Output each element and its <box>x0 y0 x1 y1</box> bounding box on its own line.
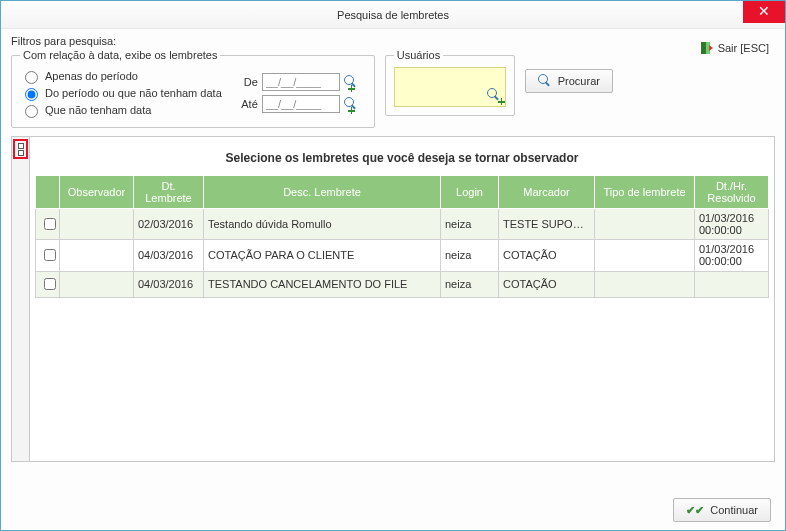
table-header-row: Observador Dt. Lembrete Desc. Lembrete L… <box>36 176 769 209</box>
close-button[interactable]: ✕ <box>743 1 785 23</box>
search-button-label: Procurar <box>558 75 600 87</box>
date-filter-legend: Com relação à data, exibe os lembretes <box>20 49 220 61</box>
users-lookup-icon[interactable] <box>487 88 501 102</box>
search-button[interactable]: Procurar <box>525 69 613 93</box>
header-observador[interactable]: Observador <box>60 176 134 209</box>
filters-row: Com relação à data, exibe os lembretes A… <box>11 49 775 128</box>
cell-marcador: COTAÇÃO <box>499 240 595 271</box>
date-to-label: Até <box>236 98 258 110</box>
filters-label: Filtros para pesquisa: <box>11 35 775 47</box>
radio-no-date-label: Que não tenham data <box>45 104 151 116</box>
radio-only-period-input[interactable] <box>25 71 38 84</box>
cell-login: neiza <box>441 240 499 271</box>
cell-dt-lembrete: 04/03/2016 <box>134 271 204 297</box>
cell-login: neiza <box>441 271 499 297</box>
continue-button[interactable]: ✔✔ Continuar <box>673 498 771 522</box>
select-all-icon-top <box>18 143 24 149</box>
cell-desc: TESTANDO CANCELAMENTO DO FILE <box>204 271 441 297</box>
date-to-lookup-icon[interactable] <box>344 97 366 111</box>
search-button-wrap: Procurar <box>525 69 613 93</box>
table-row[interactable]: 02/03/2016Testando dúvida RomulloneizaTE… <box>36 209 769 240</box>
table-row[interactable]: 04/03/2016TESTANDO CANCELAMENTO DO FILEn… <box>36 271 769 297</box>
row-checkbox[interactable] <box>44 278 56 290</box>
row-checkbox[interactable] <box>44 249 56 261</box>
cell-marcador: COTAÇÃO <box>499 271 595 297</box>
reminders-table: Observador Dt. Lembrete Desc. Lembrete L… <box>35 175 769 298</box>
footer: ✔✔ Continuar <box>673 498 771 522</box>
radio-period-or-nodate-input[interactable] <box>25 88 38 101</box>
cell-observador <box>60 271 134 297</box>
date-to-row: Até <box>236 95 366 113</box>
checkmark-icon: ✔✔ <box>686 504 704 517</box>
header-dthr[interactable]: Dt./Hr. Resolvido <box>695 176 769 209</box>
header-desc[interactable]: Desc. Lembrete <box>204 176 441 209</box>
radio-period-or-nodate[interactable]: Do período ou que não tenham data <box>20 85 222 101</box>
content: Filtros para pesquisa: Com relação à dat… <box>1 29 785 462</box>
date-from-label: De <box>236 76 258 88</box>
header-login[interactable]: Login <box>441 176 499 209</box>
table-row[interactable]: 04/03/2016COTAÇÃO PARA O CLIENTEneizaCOT… <box>36 240 769 271</box>
header-marcador[interactable]: Marcador <box>499 176 595 209</box>
header-dt-lembrete[interactable]: Dt. Lembrete <box>134 176 204 209</box>
cell-tipo <box>595 240 695 271</box>
continue-button-label: Continuar <box>710 504 758 516</box>
date-radio-column: Apenas do período Do período ou que não … <box>20 67 222 119</box>
grid-area: Selecione os lembretes que você deseja s… <box>11 136 775 462</box>
grid-title: Selecione os lembretes que você deseja s… <box>30 137 774 175</box>
users-box[interactable] <box>394 67 506 107</box>
cell-login: neiza <box>441 209 499 240</box>
select-all-icon-bottom <box>18 150 24 156</box>
date-to-input[interactable] <box>262 95 340 113</box>
radio-only-period[interactable]: Apenas do período <box>20 68 222 84</box>
row-checkbox[interactable] <box>44 218 56 230</box>
date-from-row: De <box>236 73 366 91</box>
radio-period-or-nodate-label: Do período ou que não tenham data <box>45 87 222 99</box>
users-filter-legend: Usuários <box>394 49 443 61</box>
cell-observador <box>60 240 134 271</box>
date-filter-group: Com relação à data, exibe os lembretes A… <box>11 49 375 128</box>
titlebar: Pesquisa de lembretes ✕ <box>1 1 785 29</box>
cell-dt-lembrete: 02/03/2016 <box>134 209 204 240</box>
grid-left-gutter <box>12 137 30 461</box>
grid-main: Selecione os lembretes que você deseja s… <box>30 137 774 461</box>
cell-desc: COTAÇÃO PARA O CLIENTE <box>204 240 441 271</box>
date-from-lookup-icon[interactable] <box>344 75 366 89</box>
cell-dt-lembrete: 04/03/2016 <box>134 240 204 271</box>
radio-no-date[interactable]: Que não tenham data <box>20 102 222 118</box>
date-from-input[interactable] <box>262 73 340 91</box>
window-title: Pesquisa de lembretes <box>337 9 449 21</box>
radio-no-date-input[interactable] <box>25 105 38 118</box>
header-tipo[interactable]: Tipo de lembrete <box>595 176 695 209</box>
select-all-toggle[interactable] <box>13 139 28 159</box>
cell-observador <box>60 209 134 240</box>
cell-marcador: TESTE SUPORTE <box>499 209 595 240</box>
cell-tipo <box>595 209 695 240</box>
users-filter-group: Usuários <box>385 49 515 116</box>
cell-dthr: 01/03/2016 00:00:00 <box>695 240 769 271</box>
cell-dthr <box>695 271 769 297</box>
search-icon <box>538 74 552 88</box>
header-checkbox <box>36 176 60 209</box>
date-inputs: De Até <box>236 73 366 113</box>
cell-tipo <box>595 271 695 297</box>
radio-only-period-label: Apenas do período <box>45 70 138 82</box>
cell-desc: Testando dúvida Romullo <box>204 209 441 240</box>
table-body: 02/03/2016Testando dúvida RomulloneizaTE… <box>36 209 769 297</box>
cell-dthr: 01/03/2016 00:00:00 <box>695 209 769 240</box>
window: Pesquisa de lembretes ✕ Sair [ESC] Filtr… <box>0 0 786 531</box>
